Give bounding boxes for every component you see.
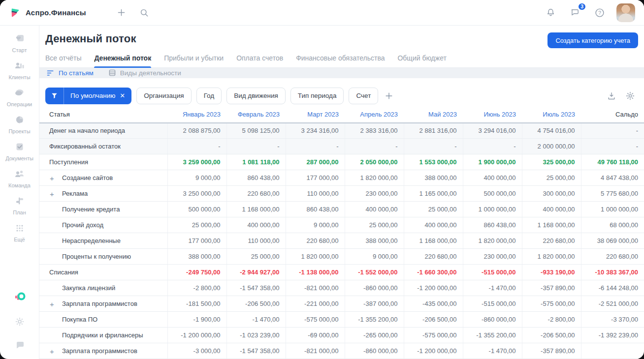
table-row[interactable]: Закупка лицензий-2 800,00-1 547 358,00-8… xyxy=(39,280,644,296)
topbar: Аспро.Финансы 3 ? xyxy=(0,0,644,26)
add-filter-icon[interactable] xyxy=(383,91,395,101)
expand-row-icon[interactable]: + xyxy=(50,347,54,355)
search-icon[interactable] xyxy=(136,5,152,21)
documents-icon xyxy=(13,141,26,153)
table-row[interactable]: +Реклама3 250 000,00220 680,00110 000,00… xyxy=(39,186,644,202)
brand[interactable]: Аспро.Финансы xyxy=(10,7,86,18)
column-header-month[interactable]: Июнь 2023 xyxy=(463,110,522,123)
month-value: -357 890,00 xyxy=(522,343,581,359)
table-settings-gear-icon[interactable] xyxy=(623,89,637,103)
tab-денежный-поток[interactable]: Денежный поток xyxy=(94,54,151,67)
month-value: 177 000,00 xyxy=(167,233,226,249)
table-row[interactable]: +Зарплата программистов-3 000,00-1 547 3… xyxy=(39,343,644,359)
tab-общий-бюджет[interactable]: Общий бюджет xyxy=(397,54,446,67)
tab-финансовые-обязательства[interactable]: Финансовые обязательства xyxy=(296,54,385,67)
month-value: 860 438,00 xyxy=(463,217,522,233)
month-value: -1 200 000,00 xyxy=(404,280,463,296)
help-icon[interactable]: ? xyxy=(592,5,608,21)
sidebar-item-ещё[interactable]: Ещё xyxy=(0,222,39,242)
table-row[interactable]: Денег на начало периода2 088 875,005 098… xyxy=(39,123,644,139)
notifications-bell-icon[interactable] xyxy=(543,5,558,21)
sidebar-item-документы[interactable]: Документы xyxy=(0,141,39,161)
table-row[interactable]: Проценты к получению388 000,0025 000,001… xyxy=(39,249,644,265)
month-value: -860 000,00 xyxy=(345,280,404,296)
create-new-button[interactable] xyxy=(114,5,129,21)
month-value: -387 000,00 xyxy=(345,296,404,312)
report-table: СтатьяЯнварь 2023Февраль 2023Март 2023Ап… xyxy=(39,110,644,359)
table-row[interactable]: Прочий доход25 000,00400 000,009 000,002… xyxy=(39,217,644,233)
month-value: -821 000,00 xyxy=(286,280,345,296)
sidebar-item-операции[interactable]: Операции xyxy=(0,87,39,107)
default-filter-button[interactable]: По умолчанию ✕ xyxy=(45,88,131,104)
table-row[interactable]: Списания-249 750,00-2 944 927,00-1 138 0… xyxy=(39,265,644,280)
month-value: 220 680,00 xyxy=(404,249,463,265)
month-value: 25 000,00 xyxy=(522,170,581,186)
month-value: -821 000,00 xyxy=(286,343,345,359)
month-value: 400 000,00 xyxy=(345,202,404,217)
month-value: 5 098 125,00 xyxy=(226,123,286,139)
column-header-month[interactable]: Апрель 2023 xyxy=(345,110,404,123)
filter-chip[interactable]: Год xyxy=(196,88,222,104)
table-row[interactable]: Поступления3 259 000,001 081 118,00287 0… xyxy=(39,154,644,170)
sidebar-item-label: Ещё xyxy=(14,237,25,242)
month-value: - xyxy=(226,139,286,154)
month-value: -575 000,00 xyxy=(522,296,581,312)
tab-все-отчёты[interactable]: Все отчёты xyxy=(45,54,81,67)
saldo-value: -6 144 248,00 xyxy=(581,280,644,296)
table-row[interactable]: Фиксированный остаток------2 000 000,00- xyxy=(39,139,644,154)
create-category-button[interactable]: Создать категорию учета xyxy=(547,32,638,48)
saldo-value: -1 392 239,00 xyxy=(581,328,644,343)
month-value: 1 168 000,00 xyxy=(522,217,581,233)
table-row[interactable]: Нераспределенные177 000,00110 000,00220 … xyxy=(39,233,644,249)
tab-прибыли-и-убытки[interactable]: Прибыли и убытки xyxy=(164,54,224,67)
filter-chip[interactable]: Вид движения xyxy=(226,88,286,104)
user-avatar[interactable] xyxy=(616,3,635,22)
row-label: Денег на начало периода xyxy=(49,127,125,134)
table-row[interactable]: Покупка ПО-1 900,00-1 470,00-575 000,00-… xyxy=(39,312,644,328)
tab-оплата-счетов[interactable]: Оплата счетов xyxy=(236,54,283,67)
month-value: -575 000,00 xyxy=(404,328,463,343)
expand-row-icon[interactable]: + xyxy=(50,174,54,181)
chat-bubble-icon[interactable] xyxy=(14,339,26,351)
month-value: -357 890,00 xyxy=(522,280,581,296)
month-value: -435 000,00 xyxy=(404,296,463,312)
column-header-month[interactable]: Май 2023 xyxy=(404,110,463,123)
filter-chip[interactable]: Организация xyxy=(136,88,191,104)
expand-row-icon[interactable]: + xyxy=(50,190,54,197)
view-switch-active[interactable]: По статьям xyxy=(46,69,94,77)
clear-filter-icon[interactable]: ✕ xyxy=(120,92,125,99)
month-value: -1 355 200,00 xyxy=(345,312,404,328)
column-header-month[interactable]: Июль 2023 xyxy=(522,110,581,123)
month-value: 9 000,00 xyxy=(286,217,345,233)
row-label: Прочий доход xyxy=(62,221,103,229)
expand-row-icon[interactable]: + xyxy=(50,300,54,307)
table-row[interactable]: Получение кредита500 000,001 168 000,008… xyxy=(39,202,644,217)
start-icon xyxy=(13,32,26,45)
table-row[interactable]: +Зарплата программистов-181 500,00-206 5… xyxy=(39,296,644,312)
gear-icon[interactable] xyxy=(14,316,26,328)
table-row[interactable]: +Создание сайтов9 000,00860 438,00177 00… xyxy=(39,170,644,186)
month-value: 1 000 000,00 xyxy=(463,202,522,217)
filter-chip[interactable]: Счет xyxy=(349,88,378,104)
view-switch-item[interactable]: Виды деятельности xyxy=(108,69,181,77)
saldo-value: 5 775 680,00 xyxy=(581,186,644,202)
month-value: 388 000,00 xyxy=(345,233,404,249)
column-header-month[interactable]: Февраль 2023 xyxy=(226,110,286,123)
month-value: -1 547 358,00 xyxy=(226,280,286,296)
saldo-value xyxy=(581,343,644,359)
saldo-value: 220 680,00 xyxy=(581,249,644,265)
download-icon[interactable] xyxy=(605,89,618,103)
month-value: 220 680,00 xyxy=(226,186,286,202)
sidebar-item-команда[interactable]: Команда xyxy=(0,168,39,188)
sidebar-item-план[interactable]: План xyxy=(0,195,39,215)
month-value: -206 500,00 xyxy=(404,312,463,328)
column-header-month[interactable]: Январь 2023 xyxy=(167,110,226,123)
sidebar-item-клиенты[interactable]: Клиенты xyxy=(0,60,39,80)
app-logo-icon[interactable] xyxy=(13,291,26,304)
sidebar-item-проекты[interactable]: Проекты xyxy=(0,114,39,134)
table-row[interactable]: Подрядчики и фрилансеры-1 200 000,00-1 0… xyxy=(39,328,644,343)
column-header-month[interactable]: Март 2023 xyxy=(286,110,345,123)
filter-chip[interactable]: Тип периода xyxy=(290,88,344,104)
row-label: Получение кредита xyxy=(62,206,120,213)
sidebar-item-старт[interactable]: Старт xyxy=(0,32,39,53)
